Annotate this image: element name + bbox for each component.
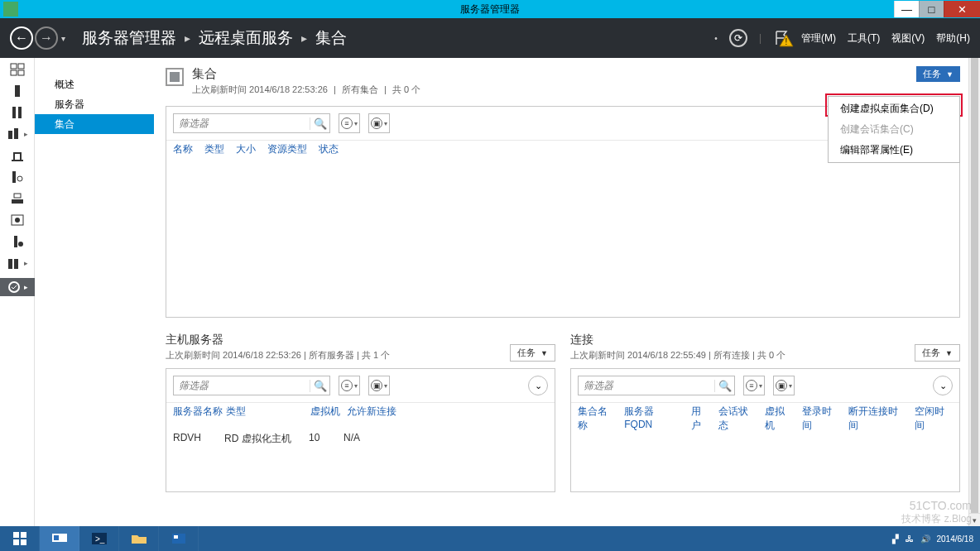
system-tray: ▞ 🖧 🔊 2014/6/18: [892, 526, 981, 551]
conn-expand-button[interactable]: ⌄: [933, 376, 953, 395]
tray-sound-icon[interactable]: 🔊: [920, 534, 930, 544]
sidenav-servers[interactable]: 服务器: [35, 94, 154, 114]
separator: |: [759, 32, 761, 44]
back-button[interactable]: ←: [10, 26, 33, 50]
svg-rect-24: [21, 539, 26, 545]
sidenav-collections[interactable]: 集合: [35, 114, 154, 134]
save-query-button[interactable]: ▣▾: [368, 113, 390, 133]
menu-tools[interactable]: 工具(T): [848, 31, 880, 46]
maximize-button[interactable]: □: [919, 1, 944, 17]
svg-rect-22: [21, 532, 26, 538]
rds-rail-item-selected[interactable]: ▸: [0, 278, 35, 296]
taskbar-explorer[interactable]: [119, 526, 159, 551]
col-c2[interactable]: 服务器 FQDN: [624, 405, 683, 433]
conn-tasks-button[interactable]: 任务▼: [915, 344, 960, 362]
taskbar-powershell[interactable]: >_: [79, 526, 119, 551]
svg-rect-3: [11, 70, 17, 75]
notifications-flag-icon[interactable]: !: [773, 30, 790, 46]
col-name[interactable]: 名称: [173, 142, 193, 156]
col-c8[interactable]: 空闲时间: [915, 405, 953, 433]
hosts-expand-button[interactable]: ⌄: [528, 376, 548, 395]
collections-title: 集合: [192, 66, 420, 82]
menu-edit-deployment-properties[interactable]: 编辑部署属性(E): [829, 140, 959, 161]
col-c7[interactable]: 断开连接时间: [848, 405, 906, 433]
svg-rect-5: [15, 85, 20, 97]
taskbar-app[interactable]: [159, 526, 199, 551]
hosts-tasks-button[interactable]: 任务▼: [510, 344, 555, 362]
menu-view[interactable]: 视图(V): [891, 31, 925, 46]
conn-view-button[interactable]: ≡▾: [743, 376, 765, 395]
tray-date[interactable]: 2014/6/18: [937, 534, 974, 544]
hosts-save-button[interactable]: ▣▾: [368, 376, 390, 395]
hosts-filter: 🔍: [173, 376, 330, 395]
chevron-down-icon: ▼: [945, 349, 953, 357]
svg-rect-26: [54, 535, 59, 540]
svg-point-17: [18, 242, 23, 247]
nav-dropdown-icon[interactable]: ▾: [61, 34, 65, 43]
side-nav: 概述 服务器 集合: [35, 58, 154, 526]
window-buttons: — □ ✕: [894, 1, 980, 17]
menu-create-vdi-collection[interactable]: 创建虚拟桌面集合(D): [829, 98, 959, 119]
view-options-button[interactable]: ≡▾: [339, 113, 360, 133]
role-icon-7[interactable]: [6, 256, 22, 270]
menu-manage[interactable]: 管理(M): [801, 31, 836, 46]
start-button[interactable]: [0, 526, 40, 551]
hosts-filter-input[interactable]: [174, 380, 310, 391]
col-size[interactable]: 大小: [236, 142, 256, 156]
col-vm[interactable]: 虚拟机: [310, 405, 347, 419]
search-icon[interactable]: 🔍: [310, 380, 329, 392]
all-servers-icon[interactable]: [9, 106, 26, 119]
filter-input[interactable]: [174, 117, 310, 129]
taskbar-server-manager[interactable]: [40, 526, 79, 551]
close-button[interactable]: ✕: [944, 1, 980, 17]
role-icon-2[interactable]: [9, 149, 26, 162]
menu-help[interactable]: 帮助(H): [936, 31, 970, 46]
search-icon[interactable]: 🔍: [310, 117, 329, 130]
col-allow[interactable]: 允许新连接: [347, 405, 396, 419]
svg-rect-23: [13, 539, 19, 545]
role-icon-3[interactable]: [9, 170, 26, 184]
col-c6[interactable]: 登录时间: [802, 405, 840, 433]
svg-rect-10: [12, 171, 16, 183]
col-c3[interactable]: 用户: [691, 405, 710, 433]
tasks-dropdown-button[interactable]: 任务▼: [916, 66, 960, 82]
tray-flag-icon[interactable]: ▞: [892, 534, 899, 544]
col-restype[interactable]: 资源类型: [267, 142, 307, 156]
crumb-collections[interactable]: 集合: [315, 27, 347, 49]
tray-network-icon[interactable]: 🖧: [906, 534, 914, 544]
breadcrumb: 服务器管理器 ▸ 远程桌面服务 ▸ 集合: [82, 27, 347, 49]
minimize-button[interactable]: —: [894, 1, 919, 17]
col-c1[interactable]: 集合名称: [578, 405, 616, 433]
role-icon[interactable]: [6, 127, 22, 141]
crumb-root[interactable]: 服务器管理器: [82, 27, 176, 49]
conn-filter-input[interactable]: [579, 380, 714, 391]
svg-rect-16: [14, 236, 17, 247]
host-row[interactable]: RDVH RD 虚拟化主机 10 N/A: [166, 424, 555, 454]
local-server-icon[interactable]: [9, 84, 26, 98]
collections-subtitle: 上次刷新时间 2014/6/18 22:53:26 | 所有集合 | 共 0 个: [192, 84, 420, 96]
col-c5[interactable]: 虚拟机: [765, 405, 794, 433]
svg-rect-4: [18, 70, 24, 75]
col-c4[interactable]: 会话状态: [718, 405, 757, 433]
conn-title: 连接: [570, 333, 785, 347]
col-server-type[interactable]: 类型: [226, 405, 310, 419]
crumb-rds[interactable]: 远程桌面服务: [199, 27, 293, 49]
col-server-name[interactable]: 服务器名称: [173, 405, 226, 419]
search-icon[interactable]: 🔍: [714, 380, 734, 392]
role-icon-4[interactable]: [9, 192, 26, 205]
vertical-scrollbar[interactable]: ▾: [968, 58, 980, 526]
hosts-subtitle: 上次刷新时间 2014/6/18 22:53:26 | 所有服务器 | 共 1 …: [166, 349, 390, 362]
dashboard-icon[interactable]: [9, 63, 26, 76]
col-type[interactable]: 类型: [204, 142, 224, 156]
titlebar: 服务器管理器 — □ ✕: [0, 0, 980, 18]
refresh-button[interactable]: ⟳: [729, 29, 747, 47]
collections-header: 集合 上次刷新时间 2014/6/18 22:53:26 | 所有集合 | 共 …: [166, 66, 960, 96]
conn-save-button[interactable]: ▣▾: [773, 376, 795, 395]
forward-button[interactable]: →: [35, 26, 58, 50]
sidenav-overview[interactable]: 概述: [35, 74, 154, 94]
hosts-view-button[interactable]: ≡▾: [339, 376, 360, 395]
role-icon-6[interactable]: [9, 235, 26, 248]
scrollbar-thumb[interactable]: [971, 58, 978, 521]
col-status[interactable]: 状态: [319, 142, 339, 156]
role-icon-5[interactable]: [9, 213, 26, 227]
